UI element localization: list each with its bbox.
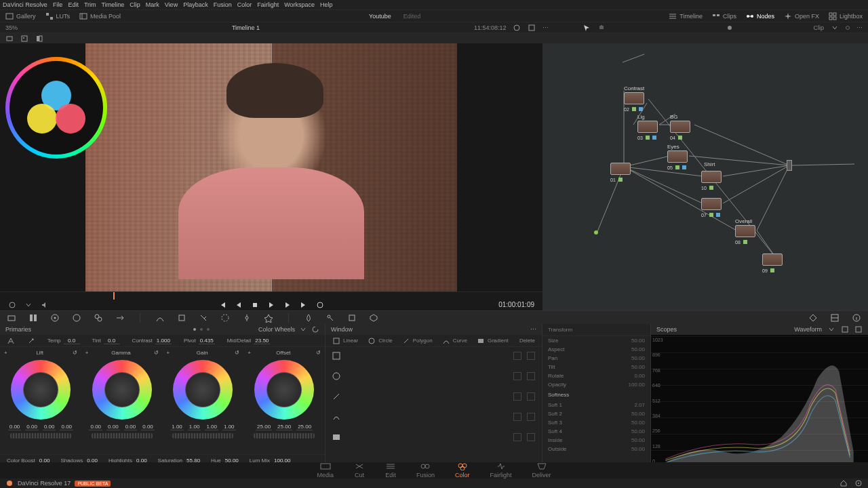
tab-fusion[interactable]: Fusion — [416, 462, 435, 479]
loop-icon[interactable] — [316, 301, 324, 309]
openfx-toggle[interactable]: Open FX — [784, 12, 819, 20]
loop-icon[interactable] — [513, 24, 521, 32]
reset-icon[interactable]: ↺ — [316, 350, 321, 356]
add-icon[interactable] — [513, 352, 521, 360]
keyframes-icon[interactable] — [808, 313, 818, 323]
node-contrast[interactable] — [624, 92, 644, 104]
tab-media[interactable]: Media — [317, 462, 334, 479]
info-icon[interactable] — [852, 313, 861, 323]
timeline-toggle[interactable]: Timeline — [669, 12, 703, 20]
rgbmixer-icon[interactable] — [94, 313, 103, 323]
last-frame-icon[interactable] — [300, 301, 308, 309]
shape-slot-curve[interactable] — [332, 411, 535, 423]
chevron-down-icon[interactable] — [831, 24, 839, 32]
pointer-icon[interactable] — [583, 24, 591, 32]
chevron-down-icon[interactable] — [827, 325, 835, 333]
crosshair-icon[interactable]: + — [248, 350, 251, 356]
add-icon[interactable] — [513, 413, 521, 421]
gamma-wheel[interactable] — [92, 360, 152, 420]
gallery-toggle[interactable]: Gallery — [5, 12, 36, 20]
scrub-bar[interactable] — [0, 291, 542, 300]
menu-item[interactable]: Playback — [183, 1, 208, 8]
nodes-toggle[interactable]: Nodes — [746, 12, 774, 20]
node-shirt[interactable] — [701, 198, 722, 210]
camera-raw-icon[interactable] — [7, 313, 16, 323]
zoom-level[interactable]: 35% — [5, 24, 18, 31]
play-icon[interactable] — [267, 301, 275, 309]
image-icon[interactable] — [20, 35, 28, 43]
menu-item[interactable]: Color — [237, 1, 252, 8]
stop-icon[interactable] — [251, 301, 259, 309]
node-09[interactable] — [762, 253, 783, 266]
menu-item[interactable]: Trim — [84, 1, 96, 8]
expand-icon[interactable] — [528, 24, 536, 32]
rect-icon[interactable] — [5, 35, 14, 43]
menu-item[interactable]: Fairlight — [257, 1, 279, 8]
shape-polygon[interactable]: Polygon — [402, 337, 433, 345]
next-frame-icon[interactable] — [283, 301, 292, 309]
node-bg[interactable] — [670, 121, 690, 133]
contrast-value[interactable]: 1.000 — [155, 338, 172, 344]
add-icon[interactable] — [513, 392, 521, 401]
dup-icon[interactable] — [527, 372, 535, 380]
mute-icon[interactable] — [41, 301, 49, 309]
colormatch-icon[interactable] — [28, 313, 38, 323]
node-overall[interactable] — [735, 225, 755, 237]
lightbox-toggle[interactable]: Lightbox — [829, 12, 863, 20]
tab-fairlight[interactable]: Fairlight — [490, 462, 512, 479]
menu-item[interactable]: Edit — [68, 1, 79, 8]
offset-wheel[interactable] — [254, 360, 314, 420]
menu-item[interactable]: File — [53, 1, 63, 8]
reset-icon[interactable]: ↺ — [73, 350, 77, 356]
chevron-down-icon[interactable] — [24, 301, 33, 309]
pivot-value[interactable]: 0.435 — [199, 338, 215, 344]
split-icon[interactable] — [35, 35, 43, 43]
dup-icon[interactable] — [527, 352, 535, 360]
more-icon[interactable]: ⋯ — [542, 24, 549, 31]
motion-icon[interactable] — [115, 313, 125, 323]
luts-toggle[interactable]: LUTs — [45, 12, 71, 20]
tab-deliver[interactable]: Deliver — [532, 462, 551, 479]
lift-jog[interactable] — [10, 433, 71, 439]
qualifier-icon[interactable] — [199, 313, 208, 323]
auto-icon[interactable] — [7, 337, 15, 345]
tint-value[interactable]: 0.0 — [104, 338, 120, 344]
more-icon[interactable]: ⋯ — [856, 24, 863, 31]
offset-jog[interactable] — [254, 433, 315, 439]
reset-icon[interactable] — [311, 325, 319, 333]
scope-mode[interactable]: Waveform — [794, 326, 822, 333]
menu-item[interactable]: Fusion — [214, 1, 232, 8]
shape-slot-pen[interactable] — [332, 390, 535, 403]
node-eyes[interactable] — [667, 150, 688, 163]
wheels-mode[interactable]: Color Wheels — [258, 326, 295, 333]
add-icon[interactable] — [513, 372, 521, 380]
reset-icon[interactable]: ↺ — [235, 350, 239, 356]
shape-linear[interactable]: Linear — [332, 337, 358, 345]
gamma-jog[interactable] — [92, 433, 153, 439]
dup-icon[interactable] — [527, 413, 535, 421]
home-icon[interactable] — [840, 479, 848, 487]
chevron-down-icon[interactable] — [299, 325, 307, 333]
tracker-icon[interactable] — [242, 313, 252, 323]
crosshair-icon[interactable]: + — [167, 350, 170, 356]
shape-slot-gradient[interactable] — [332, 431, 535, 443]
sizing-icon[interactable] — [347, 313, 357, 323]
more-icon[interactable]: ⋯ — [530, 326, 536, 333]
mediapool-toggle[interactable]: Media Pool — [79, 12, 121, 20]
magicmask-icon[interactable] — [264, 313, 273, 323]
hdr-icon[interactable] — [72, 313, 81, 323]
key-icon[interactable] — [326, 313, 335, 323]
crosshair-icon[interactable]: + — [4, 350, 7, 356]
gain-jog[interactable] — [172, 433, 233, 439]
project-settings-icon[interactable] — [854, 479, 863, 487]
shape-gradient[interactable]: Gradient — [477, 337, 509, 345]
settings-icon[interactable] — [8, 301, 16, 309]
menu-item[interactable]: Timeline — [102, 1, 125, 8]
dup-icon[interactable] — [527, 392, 535, 401]
menu-item[interactable]: DaVinci Resolve — [3, 1, 47, 8]
shape-curve[interactable]: Curve — [442, 337, 467, 345]
shape-slot-linear[interactable] — [332, 350, 535, 362]
menu-item[interactable]: Help — [320, 1, 333, 8]
tab-cut[interactable]: Cut — [354, 462, 365, 479]
delete-button[interactable]: Delete — [519, 338, 535, 344]
